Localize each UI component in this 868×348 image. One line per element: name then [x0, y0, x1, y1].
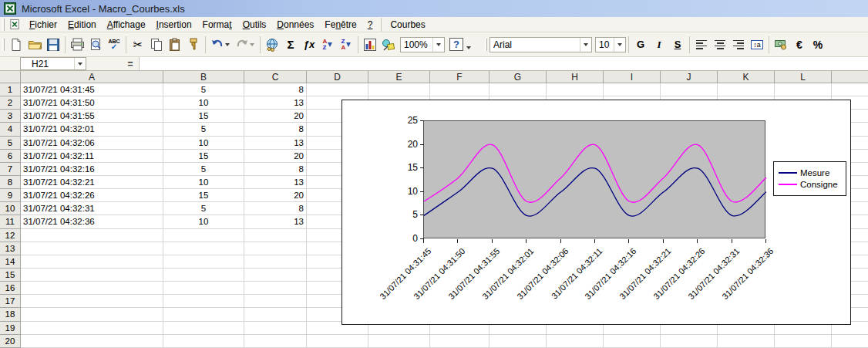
- menu-fentre[interactable]: Fenêtre: [319, 18, 362, 32]
- cell-a12[interactable]: [21, 229, 163, 242]
- cell-k20[interactable]: [718, 335, 775, 348]
- sort-ascending-button[interactable]: AZ: [318, 35, 337, 54]
- cell-a7[interactable]: 31/07/21 04:32:16: [21, 163, 163, 176]
- row-header-5[interactable]: 5: [0, 137, 21, 150]
- row-header-2[interactable]: 2: [0, 96, 21, 110]
- currency-style-button[interactable]: [772, 35, 790, 54]
- cell-b11[interactable]: 10: [163, 215, 244, 228]
- row-header-10[interactable]: 10: [0, 202, 21, 215]
- menu-donnes[interactable]: Données: [271, 18, 319, 32]
- menu-courbes[interactable]: Courbes: [385, 18, 430, 32]
- cell-a18[interactable]: [21, 308, 163, 321]
- column-header-f[interactable]: F: [430, 71, 490, 83]
- undo-dropdown-arrow[interactable]: [225, 43, 230, 46]
- cell-e1[interactable]: [368, 83, 430, 96]
- cell-b8[interactable]: 10: [163, 176, 244, 189]
- cell-k1[interactable]: [718, 83, 775, 96]
- row-header-7[interactable]: 7: [0, 163, 21, 176]
- cell-j1[interactable]: [661, 83, 718, 96]
- align-right-button[interactable]: [729, 35, 748, 54]
- cell-c17[interactable]: [244, 295, 307, 308]
- cell-l20[interactable]: [775, 335, 832, 348]
- row-header-3[interactable]: 3: [0, 110, 21, 123]
- font-combobox[interactable]: Arial: [490, 37, 592, 52]
- paste-button[interactable]: [166, 35, 184, 54]
- help-button[interactable]: ?: [447, 35, 466, 54]
- cell-b9[interactable]: 15: [163, 189, 244, 202]
- cell-c14[interactable]: [244, 255, 307, 269]
- cell-c10[interactable]: 8: [244, 202, 307, 215]
- column-header-l[interactable]: L: [775, 71, 832, 83]
- cell-g20[interactable]: [490, 335, 547, 348]
- workbook-icon[interactable]: [8, 19, 21, 30]
- cell-c1[interactable]: 8: [244, 83, 307, 96]
- name-box-dropdown-arrow[interactable]: [74, 58, 86, 69]
- cell-a14[interactable]: [21, 255, 163, 269]
- cell-a17[interactable]: [21, 295, 163, 308]
- align-center-button[interactable]: [711, 35, 729, 54]
- cell-d1[interactable]: [307, 83, 368, 96]
- open-button[interactable]: [25, 35, 44, 54]
- cell-c2[interactable]: 13: [244, 96, 307, 110]
- undo-button[interactable]: [208, 35, 233, 54]
- cell-b15[interactable]: [163, 269, 244, 282]
- cell-c4[interactable]: 8: [244, 123, 307, 136]
- redo-button[interactable]: [233, 35, 257, 54]
- standard-toolbar-grip[interactable]: [2, 39, 5, 51]
- chart-area[interactable]: 051015202531/07/21 04:31:4531/07/21 04:3…: [341, 100, 851, 325]
- cell-i20[interactable]: [604, 335, 661, 348]
- edit-formula-button[interactable]: =: [122, 57, 139, 70]
- menu-outils[interactable]: Outils: [237, 18, 272, 32]
- new-document-button[interactable]: [7, 35, 25, 54]
- cell-a3[interactable]: 31/07/21 04:31:55: [21, 110, 163, 123]
- cell-c20[interactable]: [244, 335, 307, 348]
- spelling-button[interactable]: ABC ✓: [105, 35, 123, 54]
- row-header-17[interactable]: 17: [0, 295, 21, 308]
- print-preview-button[interactable]: [86, 35, 105, 54]
- cell-l1[interactable]: [775, 83, 832, 96]
- cell-h1[interactable]: [547, 83, 604, 96]
- cell-b19[interactable]: [163, 322, 244, 335]
- copy-button[interactable]: [147, 35, 166, 54]
- cell-c18[interactable]: [244, 308, 307, 321]
- cell-j20[interactable]: [661, 335, 718, 348]
- sort-descending-button[interactable]: ZA: [337, 35, 355, 54]
- menu-edition[interactable]: Edition: [62, 18, 102, 32]
- cell-c9[interactable]: 20: [244, 189, 307, 202]
- cell-i1[interactable]: [604, 83, 661, 96]
- column-header-a[interactable]: A: [21, 71, 163, 83]
- name-box[interactable]: H21: [20, 57, 86, 70]
- column-header-i[interactable]: I: [604, 71, 661, 83]
- cell-b1[interactable]: 5: [163, 83, 244, 96]
- chart-wizard-button[interactable]: [361, 35, 379, 54]
- zoom-dropdown-arrow[interactable]: [432, 38, 444, 52]
- cell-b13[interactable]: [163, 242, 244, 255]
- cell-c5[interactable]: 13: [244, 137, 307, 150]
- cell-c16[interactable]: [244, 282, 307, 295]
- menu-affichage[interactable]: Affichage: [102, 18, 151, 32]
- column-header-d[interactable]: D: [307, 71, 368, 83]
- italic-button[interactable]: I: [650, 35, 668, 54]
- cell-a16[interactable]: [21, 282, 163, 295]
- cell-c7[interactable]: 8: [244, 163, 307, 176]
- cell-c6[interactable]: 20: [244, 150, 307, 163]
- menu-fichier[interactable]: Fichier: [24, 18, 62, 32]
- row-header-6[interactable]: 6: [0, 150, 21, 163]
- cell-b16[interactable]: [163, 282, 244, 295]
- font-size-dropdown-arrow[interactable]: [614, 38, 625, 52]
- cell-b6[interactable]: 15: [163, 150, 244, 163]
- cell-h20[interactable]: [547, 335, 604, 348]
- cell-b17[interactable]: [163, 295, 244, 308]
- row-header-16[interactable]: 16: [0, 282, 21, 295]
- cell-b2[interactable]: 10: [163, 96, 244, 110]
- row-header-11[interactable]: 11: [0, 215, 21, 228]
- column-header-h[interactable]: H: [547, 71, 604, 83]
- menu-format[interactable]: Format: [197, 18, 237, 32]
- row-header-18[interactable]: 18: [0, 308, 21, 321]
- column-header-b[interactable]: B: [163, 71, 244, 83]
- menu-?[interactable]: ?: [362, 18, 378, 32]
- cell-a5[interactable]: 31/07/21 04:32:06: [21, 137, 163, 150]
- euro-style-button[interactable]: €: [790, 35, 809, 54]
- format-painter-button[interactable]: [184, 35, 203, 54]
- paste-function-button[interactable]: ƒx: [300, 35, 318, 54]
